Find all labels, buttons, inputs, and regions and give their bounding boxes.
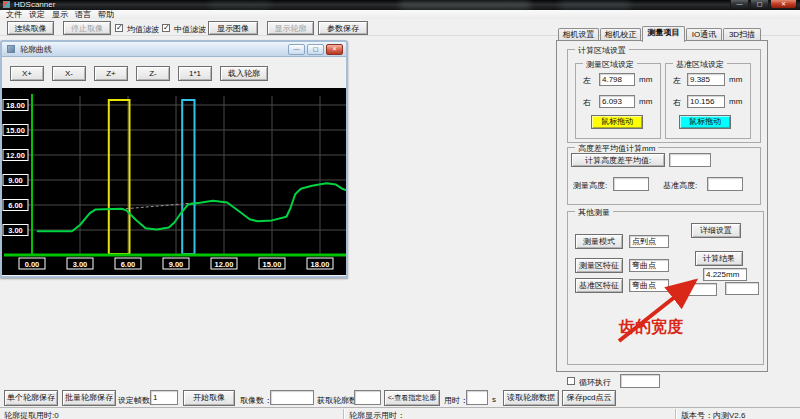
x-plus-button[interactable]: X+ [10,66,44,81]
menu-display[interactable]: 显示 [50,10,70,19]
measure-left-label: 左 [583,75,591,86]
window-controls: — ▢ ✕ [729,0,797,9]
measure-right-label: 右 [583,97,591,108]
x-minus-button[interactable]: X- [52,66,86,81]
reference-left-input[interactable] [687,73,725,86]
profile-close-button[interactable]: ✕ [326,44,343,55]
profile-chart-svg[interactable]: 3.006.009.0012.0015.0018.000.003.006.009… [2,88,346,275]
detail-settings-button[interactable]: 详细设置 [691,223,741,238]
frame-count-label: 设定帧数 [118,395,150,406]
maximize-button[interactable]: ▢ [750,0,769,9]
show-profile-button[interactable]: 显示轮廓 [267,21,314,35]
status-bar: 轮廓提取用时:0 轮廓显示用时： 版本号：内测V2.6 [0,407,800,419]
stop-capture-button[interactable]: 停止取像 [63,21,111,35]
save-batch-profile-button[interactable]: 批量轮廓保存 [62,390,116,406]
profile-count-label: 获取轮廓数 [317,395,357,406]
menu-bar: 文件 设定 显示 语言 帮助 [0,10,800,19]
calc-region-group-title: 计算区域设置 [575,45,629,56]
reference-left-label: 左 [673,75,681,86]
svg-text:12.00: 12.00 [6,151,25,160]
median-filter-label: 中值滤波 [174,24,206,35]
measure-right-unit: mm [639,97,652,106]
z-plus-button[interactable]: Z+ [94,66,128,81]
svg-text:12.00: 12.00 [215,260,234,269]
profile-window-icon [7,45,15,53]
titlebar-glass [210,0,270,10]
loop-execute-field[interactable] [620,374,660,388]
status-version: 版本号：内测V2.6 [681,410,745,419]
profile-window-titlebar[interactable]: 轮廓曲线 — ▢ ✕ [2,42,346,57]
result-extra-field-2[interactable] [725,282,759,295]
reference-right-input[interactable] [687,95,725,108]
elapsed-field[interactable] [466,390,488,405]
status-separator [675,409,676,419]
show-image-button[interactable]: 显示图像 [208,21,258,35]
capture-count-field[interactable] [270,390,314,405]
svg-text:18.00: 18.00 [311,260,330,269]
read-profile-data-button[interactable]: 读取轮廓数据 [503,390,559,406]
reference-height-field[interactable] [707,177,743,191]
reference-region-group-title: 基准区域设定 [673,59,727,70]
svg-text:15.00: 15.00 [6,126,25,135]
reference-drag-button[interactable]: 鼠标拖动 [679,115,731,129]
menu-settings[interactable]: 设定 [27,10,47,19]
reference-right-unit: mm [729,97,742,106]
view-specified-profile-button[interactable]: <-查看指定轮廓 [384,390,440,406]
calc-height-diff-button[interactable]: 计算高度差平均值: [571,153,665,167]
menu-language[interactable]: 语言 [73,10,93,19]
profile-window-title: 轮廓曲线 [20,44,52,55]
svg-text:0.00: 0.00 [25,260,40,269]
capture-count-label: 取像数： [240,395,272,406]
frame-count-input[interactable] [150,390,178,405]
elapsed-label: 用时： [444,395,468,406]
measure-mode-field[interactable] [629,235,669,248]
status-display-time: 轮廓显示用时： [349,410,405,419]
reference-left-unit: mm [729,75,742,84]
loop-execute-checkbox[interactable] [567,377,575,385]
one-to-one-button[interactable]: 1*1 [178,66,212,81]
profile-maximize-button[interactable]: ▢ [307,44,324,55]
titlebar-glass [400,0,530,10]
mean-filter-label: 均值滤波 [127,24,159,35]
load-profile-button[interactable]: 载入轮廓 [220,66,268,81]
measure-left-unit: mm [639,75,652,84]
svg-text:6.00: 6.00 [8,201,23,210]
profile-count-field[interactable] [354,390,381,405]
median-filter-checkbox[interactable] [162,24,170,32]
calc-result-button[interactable]: 计算结果 [695,251,743,266]
reference-height-label: 基准高度: [663,180,697,191]
measure-items-page: 计算区域设置 测量区域设定 左 mm 右 mm 鼠标拖动 基准区域设定 左 mm… [556,40,768,372]
save-params-button[interactable]: 参数保存 [318,21,368,35]
app-title: HDScanner [14,0,55,10]
svg-text:9.00: 9.00 [169,260,184,269]
z-minus-button[interactable]: Z- [136,66,170,81]
mean-filter-checkbox[interactable] [115,24,123,32]
close-button[interactable]: ✕ [770,0,797,9]
measure-left-input[interactable] [599,73,635,86]
minimize-button[interactable]: — [730,0,749,9]
menu-help[interactable]: 帮助 [96,10,116,19]
measure-drag-button[interactable]: 鼠标拖动 [591,115,643,129]
loop-execute-label: 循环执行 [579,377,611,388]
svg-text:3.00: 3.00 [8,226,23,235]
other-measure-group-title: 其他测量 [575,207,613,218]
svg-text:6.00: 6.00 [121,260,136,269]
status-extract-time: 轮廓提取用时:0 [4,410,59,419]
start-capture-button[interactable]: 开始取像 [183,390,235,406]
save-pcd-button[interactable]: 保存pcd点云 [562,390,616,406]
measure-height-field[interactable] [613,177,649,191]
menu-file[interactable]: 文件 [4,10,24,19]
profile-curve-window: 轮廓曲线 — ▢ ✕ X+ X- Z+ Z- 1*1 载入轮廓 3.006.00… [0,40,348,278]
measure-mode-button[interactable]: 测量模式 [575,234,623,249]
continuous-capture-button[interactable]: 连续取像 [7,21,54,35]
save-single-profile-button[interactable]: 单个轮廓保存 [4,390,58,406]
measure-right-input[interactable] [599,95,635,108]
profile-chart[interactable]: 3.006.009.0012.0015.0018.000.003.006.009… [2,88,346,275]
app-icon [3,1,10,8]
app-titlebar: HDScanner — ▢ ✕ [0,0,800,10]
profile-minimize-button[interactable]: — [288,44,305,55]
settings-panel: 相机设置 相机校正 测量项目 IO通讯 3D扫描 计算区域设置 测量区域设定 左… [556,26,770,372]
status-separator [343,409,344,419]
tab-measure-items[interactable]: 测量项目 [642,26,685,42]
height-diff-value-field[interactable] [669,153,711,167]
